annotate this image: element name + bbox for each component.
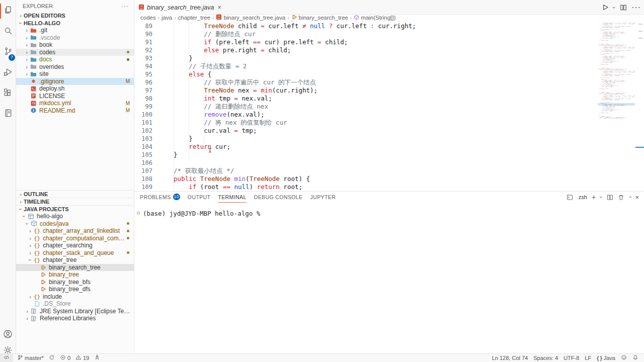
language-mode[interactable]: { }Java	[597, 355, 615, 361]
section-outline[interactable]: › OUTLINE	[16, 190, 134, 198]
views-more-actions-icon[interactable]: ···	[121, 3, 129, 10]
activity-run-and-debug[interactable]	[0, 63, 16, 83]
section-java-projects[interactable]: › JAVA PROJECTS	[16, 205, 134, 213]
code-line-89[interactable]: 89TreeNode child = cur.left ≠ null ? cur…	[134, 22, 644, 30]
explorer-tree-item[interactable]: ›.git	[16, 27, 134, 34]
feedback[interactable]	[621, 354, 627, 361]
chevron-right-icon[interactable]: ›	[24, 316, 30, 321]
chevron-down-icon[interactable]: ›	[22, 213, 27, 219]
chevron-right-icon[interactable]: ›	[27, 294, 33, 299]
java-tree-item[interactable]: ›JRE System Library [Eclipse Temurin 17 …	[16, 308, 134, 315]
warnings[interactable]: 19	[75, 354, 89, 361]
code-line-90[interactable]: 90// 删除结点 cur	[134, 30, 644, 38]
code-line-103[interactable]: 103}	[134, 135, 644, 143]
java-tree-item[interactable]: ›codes/java	[16, 220, 134, 228]
chevron-right-icon[interactable]: ›	[24, 50, 30, 55]
chevron-right-icon[interactable]: ›	[27, 250, 33, 255]
section-root-folder[interactable]: › HELLO-ALGO	[16, 20, 134, 27]
activity-search[interactable]	[0, 22, 16, 42]
git-branch[interactable]: master*	[17, 354, 44, 361]
new-terminal[interactable]: +	[592, 193, 596, 201]
code-line-93[interactable]: 93}	[134, 54, 644, 62]
explorer-tree-item[interactable]: .gitignoreM	[16, 78, 134, 85]
code-editor[interactable]: 88// 当子结点数量 = 0 / 1 时， child = null / 该子…	[134, 21, 644, 191]
code-line-107[interactable]: 107/* 获取最小结点 */	[134, 167, 644, 175]
code-line-100[interactable]: 100remove(nex.val);	[134, 111, 644, 119]
explorer-tree-item[interactable]: ›.vscode	[16, 34, 134, 42]
java-tree-item[interactable]: binary_tree	[16, 271, 134, 279]
code-line-94[interactable]: 94// 子结点数量 = 2	[134, 62, 644, 70]
code-line-91[interactable]: 91if (pre.left == cur) pre.left = child;	[134, 38, 644, 46]
sync-changes[interactable]	[49, 354, 55, 361]
explorer-tree-item[interactable]: ›overrides	[16, 63, 134, 71]
terminal-prompt[interactable]: (base) jyd@JYD-MBP hello-algo %	[143, 210, 260, 217]
java-tree-item[interactable]: ›{}include	[16, 293, 134, 301]
panel-tab-jupyter[interactable]: JUPYTER	[310, 192, 336, 203]
java-tree-item[interactable]: ›{}chapter_tree	[16, 256, 134, 264]
cursor-position[interactable]: Ln 128, Col 74	[492, 355, 528, 361]
chevron-right-icon[interactable]: ›	[27, 236, 33, 241]
explorer-tree-item[interactable]: ›codes	[16, 49, 134, 56]
remote-indicator[interactable]	[0, 354, 13, 362]
shell-indicator[interactable]	[567, 194, 573, 201]
explorer-tree-item[interactable]: ›docs	[16, 56, 134, 63]
close-tab-icon[interactable]: ×	[217, 4, 221, 11]
explorer-tree-item[interactable]: mkdocs.ymlM	[16, 100, 134, 107]
java-tree-item[interactable]: .DS_Store	[16, 300, 134, 308]
tab-binary-search-tree[interactable]: binary_search_tree.java ×	[134, 0, 201, 15]
close-panel[interactable]: ×	[635, 194, 639, 201]
code-line-98[interactable]: 98int tmp = nex.val;	[134, 95, 644, 103]
java-tree-item[interactable]: ›{}chapter_computational_complexity	[16, 235, 134, 242]
panel-tab-terminal[interactable]: TERMINAL	[218, 192, 246, 203]
code-line-99[interactable]: 99// 递归删除结点 nex	[134, 103, 644, 111]
activity-source-control[interactable]: 7	[0, 42, 16, 62]
breadcrumb-item[interactable]: java	[162, 15, 172, 21]
explorer-tree-item[interactable]: ›book	[16, 41, 134, 49]
panel-tab-problems[interactable]: PROBLEMS10	[140, 192, 180, 203]
java-tree-item[interactable]: ›{}chapter_array_and_linkedlist	[16, 227, 134, 235]
explorer-tree-item[interactable]: README.mdM	[16, 107, 134, 115]
java-tree-item[interactable]: binary_tree_dfs	[16, 286, 134, 293]
breadcrumb-item[interactable]: chapter_tree	[178, 15, 210, 21]
activity-extensions[interactable]	[0, 83, 16, 104]
chevron-down-icon[interactable]: ›	[25, 221, 30, 227]
code-line-109[interactable]: 109if (root == null) return root;	[134, 183, 644, 191]
overview-ruler[interactable]	[635, 21, 644, 191]
chevron-right-icon[interactable]: ›	[24, 309, 30, 314]
chevron-right-icon[interactable]: ›	[24, 57, 30, 62]
breadcrumb-item[interactable]: codes	[140, 15, 156, 21]
maximize-panel[interactable]: ›	[629, 195, 631, 200]
java-tree-item[interactable]: ›Referenced Libraries	[16, 315, 134, 322]
run-java[interactable]	[601, 4, 609, 11]
chevron-right-icon[interactable]: ›	[27, 243, 33, 248]
more-actions[interactable]: ···	[631, 3, 641, 12]
java-tree-item[interactable]: binary_search_tree	[16, 264, 134, 272]
notifications[interactable]	[632, 354, 638, 361]
java-tree-item[interactable]: ›hello-algo	[16, 213, 134, 220]
breadcrumb-item[interactable]: main(String[])	[354, 15, 395, 21]
code-line-101[interactable]: 101// 将 nex 的值复制给 cur	[134, 119, 644, 127]
section-open-editors[interactable]: › OPEN EDITORS	[16, 12, 134, 20]
encoding[interactable]: UTF-8	[564, 355, 579, 361]
java-tree-item[interactable]: binary_tree_bfs	[16, 279, 134, 286]
minimap[interactable]: // 当子结点数量 = 0 / 1 时， child = null / 该子结点…	[598, 23, 635, 189]
code-line-106[interactable]: 106	[134, 159, 644, 167]
code-line-102[interactable]: 102cur.val = tmp;	[134, 127, 644, 135]
code-line-92[interactable]: 92else pre.right = child;	[134, 46, 644, 54]
terminal-dropdown[interactable]: ›	[600, 195, 602, 200]
explorer-tree-item[interactable]: deploy.sh	[16, 85, 134, 93]
eol[interactable]: LF	[585, 355, 591, 361]
split-terminal[interactable]	[607, 194, 613, 201]
activity-notebook[interactable]	[0, 104, 16, 124]
panel-tab-debug-console[interactable]: DEBUG CONSOLE	[254, 192, 303, 203]
explorer-tree-item[interactable]: LICENSE	[16, 93, 134, 100]
chevron-right-icon[interactable]: ›	[24, 71, 30, 76]
explorer-tree-item[interactable]: ›site	[16, 70, 134, 78]
section-timeline[interactable]: › TIMELINE	[16, 198, 134, 205]
chevron-right-icon[interactable]: ›	[27, 228, 33, 233]
java-tree-item[interactable]: ›{}chapter_stack_and_queue	[16, 249, 134, 257]
chevron-right-icon[interactable]: ›	[24, 42, 30, 47]
code-line-97[interactable]: 97TreeNode nex = min(cur.right);	[134, 86, 644, 95]
code-line-95[interactable]: 95else {	[134, 70, 644, 78]
run-dropdown[interactable]: ›	[613, 5, 615, 10]
